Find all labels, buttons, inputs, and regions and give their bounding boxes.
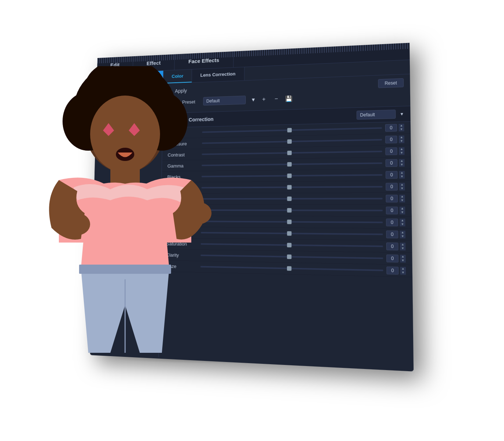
spinner-down-whites[interactable]: ▼: [400, 222, 405, 226]
slider-value-hue: 0: [385, 124, 397, 132]
spinner-exposure: ▲ ▼: [399, 136, 404, 143]
slider-thumb-saturation[interactable]: [287, 243, 291, 247]
slider-track-shadows[interactable]: [201, 186, 383, 189]
slider-track-gamma[interactable]: [202, 162, 382, 166]
spinner-up-vibrance[interactable]: ▲: [400, 231, 405, 235]
spinner-down-highlights[interactable]: ▼: [400, 211, 405, 215]
reset-button[interactable]: Reset: [378, 78, 404, 88]
spinner-down-vibrance[interactable]: ▼: [400, 234, 405, 239]
color-correction-preset-select[interactable]: Default: [356, 110, 396, 119]
slider-value-haze: 0: [386, 266, 398, 275]
spinner-midrange: ▲ ▼: [400, 195, 405, 202]
slider-track-contrast[interactable]: [202, 151, 382, 155]
slider-thumb-midrange[interactable]: [287, 197, 291, 201]
spinner-down-haze[interactable]: ▼: [400, 271, 406, 275]
spinner-up-gamma[interactable]: ▲: [399, 159, 404, 163]
spinner-down-contrast[interactable]: ▼: [399, 151, 404, 155]
slider-thumb-blacks[interactable]: [287, 173, 292, 178]
slider-track-hue[interactable]: [202, 127, 382, 133]
slider-value-highlights: 0: [386, 207, 398, 214]
minus-button[interactable]: −: [272, 94, 281, 103]
slider-thumb-contrast[interactable]: [287, 151, 292, 155]
svg-point-5: [90, 96, 160, 173]
slider-thumb-highlights[interactable]: [287, 208, 291, 212]
slider-value-saturation: 0: [386, 243, 398, 251]
slider-thumb-haze[interactable]: [287, 266, 291, 271]
slider-thumb-vibrance[interactable]: [287, 231, 291, 236]
spinner-down-saturation[interactable]: ▼: [400, 247, 405, 251]
spinner-blacks: ▲ ▼: [399, 171, 405, 179]
spinner-up-hue[interactable]: ▲: [398, 124, 404, 128]
spinner-whites: ▲ ▼: [400, 219, 405, 226]
spinner-saturation: ▲ ▼: [400, 243, 406, 250]
svg-point-11: [186, 202, 212, 224]
spinner-vibrance: ▲ ▼: [400, 231, 406, 239]
spinner-shadows: ▲ ▼: [399, 183, 405, 190]
slider-value-gamma: 0: [386, 159, 398, 167]
spinner-down-exposure[interactable]: ▼: [399, 139, 404, 143]
spinner-down-hue[interactable]: ▼: [399, 128, 404, 132]
spinner-gamma: ▲ ▼: [399, 159, 404, 167]
spinner-up-exposure[interactable]: ▲: [399, 136, 404, 140]
spinner-up-clarity[interactable]: ▲: [400, 255, 406, 259]
spinner-haze: ▲ ▼: [400, 267, 406, 275]
slider-track-blacks[interactable]: [202, 174, 383, 177]
slider-value-shadows: 0: [386, 183, 398, 191]
slider-track-exposure[interactable]: [202, 139, 382, 144]
spinner-up-contrast[interactable]: ▲: [399, 147, 404, 151]
slider-thumb-clarity[interactable]: [287, 254, 291, 259]
spinner-up-haze[interactable]: ▲: [400, 267, 406, 271]
spinner-hue: ▲ ▼: [398, 124, 404, 132]
slider-thumb-exposure[interactable]: [287, 139, 292, 144]
slider-thumb-whites[interactable]: [287, 220, 291, 224]
slider-thumb-hue[interactable]: [287, 128, 292, 132]
spinner-up-blacks[interactable]: ▲: [399, 171, 405, 175]
slider-track-highlights[interactable]: [201, 209, 383, 211]
spinner-highlights: ▲ ▼: [400, 207, 405, 214]
spinner-clarity: ▲ ▼: [400, 255, 406, 263]
slider-thumb-shadows[interactable]: [287, 185, 292, 189]
plus-button[interactable]: +: [259, 95, 268, 104]
spinner-up-shadows[interactable]: ▲: [399, 183, 405, 187]
slider-track-vibrance[interactable]: [201, 232, 383, 235]
slider-value-blacks: 0: [386, 171, 398, 179]
svg-rect-13: [79, 265, 171, 274]
spinner-up-midrange[interactable]: ▲: [400, 195, 405, 199]
spinner-contrast: ▲ ▼: [399, 147, 404, 155]
person-image: [22, 66, 228, 415]
slider-thumb-gamma[interactable]: [287, 162, 292, 166]
spinner-up-whites[interactable]: ▲: [400, 219, 405, 223]
spinner-down-blacks[interactable]: ▼: [399, 175, 405, 179]
slider-value-clarity: 0: [386, 255, 398, 263]
spinner-down-clarity[interactable]: ▼: [400, 259, 406, 263]
slider-track-midrange[interactable]: [201, 198, 383, 200]
slider-track-whites[interactable]: [201, 220, 383, 223]
svg-point-10: [64, 213, 90, 235]
spinner-down-midrange[interactable]: ▼: [400, 198, 405, 202]
spinner-down-shadows[interactable]: ▼: [399, 187, 405, 191]
spinner-up-saturation[interactable]: ▲: [400, 243, 405, 247]
spinner-up-highlights[interactable]: ▲: [400, 207, 405, 211]
slider-value-contrast: 0: [385, 147, 397, 155]
slider-value-midrange: 0: [386, 195, 398, 202]
slider-value-vibrance: 0: [386, 230, 398, 238]
save-button[interactable]: 💾: [284, 94, 293, 103]
slider-value-exposure: 0: [385, 136, 397, 143]
spinner-down-gamma[interactable]: ▼: [399, 163, 405, 167]
slider-value-whites: 0: [386, 219, 398, 226]
